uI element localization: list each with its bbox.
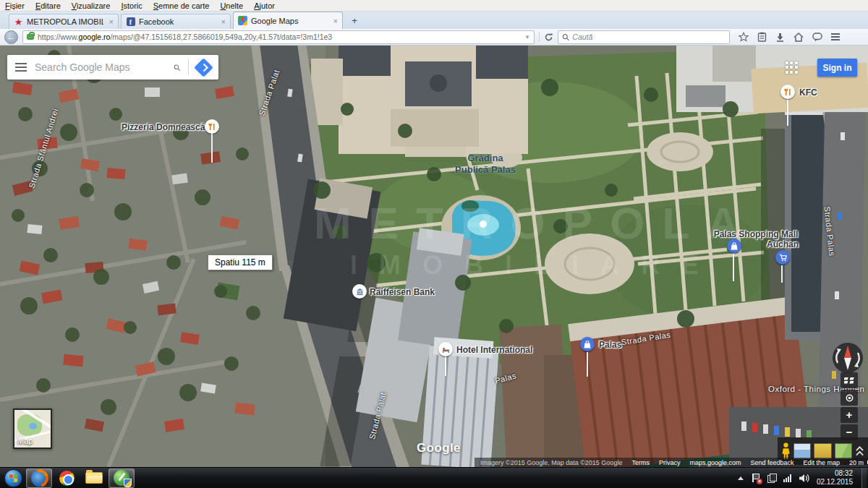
divider bbox=[539, 32, 540, 42]
map-toggle-label: Map bbox=[17, 437, 33, 445]
toolbar-icons bbox=[739, 32, 840, 42]
tab-metropola[interactable]: ★ METROPOLA IMOBILIARE ... × bbox=[9, 14, 119, 29]
tab-close-icon[interactable]: × bbox=[107, 17, 114, 26]
google-maps-favicon bbox=[238, 16, 247, 25]
shopping-bag-icon[interactable] bbox=[580, 337, 595, 351]
imagery-credits: Imagery ©2015 Google, Map data ©2015 Goo… bbox=[480, 459, 622, 466]
menu-help[interactable]: Ajutor bbox=[254, 1, 275, 10]
hotel-icon[interactable] bbox=[438, 342, 453, 356]
downloads-icon[interactable] bbox=[775, 33, 785, 42]
privacy-link[interactable]: Privacy bbox=[659, 459, 681, 466]
network-icon[interactable] bbox=[783, 474, 791, 482]
menu-file[interactable]: Fișier bbox=[5, 1, 25, 10]
url-dropdown-icon[interactable]: ▼ bbox=[524, 34, 530, 40]
clock-time: 08:32 bbox=[817, 469, 853, 478]
chat-icon[interactable] bbox=[812, 33, 822, 42]
tab-title: Facebook bbox=[139, 17, 216, 26]
menu-bookmarks[interactable]: Semne de carte bbox=[153, 1, 210, 10]
my-location-button[interactable] bbox=[841, 390, 858, 406]
map-view-thumbnail[interactable] bbox=[835, 443, 852, 459]
search-icon[interactable] bbox=[174, 62, 180, 73]
sign-in-button[interactable]: Sign in bbox=[817, 59, 857, 77]
new-tab-button[interactable]: + bbox=[346, 14, 362, 27]
taskbar-earth-button[interactable] bbox=[109, 468, 135, 488]
browser-tabbar: ★ METROPOLA IMOBILIARE ... × f Facebook … bbox=[0, 12, 868, 29]
show-desktop-button[interactable] bbox=[861, 468, 867, 488]
earth-view-thumbnail[interactable] bbox=[793, 443, 811, 459]
poi-leader-line bbox=[787, 100, 788, 126]
edit-map-link[interactable]: Edit the map bbox=[804, 459, 841, 466]
poi-leader-line bbox=[445, 357, 446, 376]
url-bar[interactable]: https://www.google.ro/maps/@47.1515618,2… bbox=[22, 30, 535, 44]
tray-window-icon[interactable] bbox=[767, 474, 776, 482]
hidden-icons-arrow[interactable] bbox=[738, 476, 744, 480]
url-text: https://www.google.ro/maps/@47.1515618,2… bbox=[38, 33, 332, 41]
poi-label-auchan[interactable]: Auchan bbox=[752, 239, 813, 249]
imagery-thumbnail[interactable] bbox=[814, 443, 831, 459]
google-logo: Google bbox=[417, 441, 461, 455]
restaurant-icon[interactable] bbox=[780, 85, 795, 99]
taskbar-explorer-button[interactable] bbox=[81, 468, 107, 488]
poi-label-raiffeisen[interactable]: Raiffeisen Bank bbox=[370, 287, 435, 297]
zoom-in-button[interactable]: + bbox=[841, 407, 858, 423]
tilt-button[interactable] bbox=[841, 372, 858, 388]
directions-icon[interactable] bbox=[194, 58, 213, 77]
browser-navbar: ← https://www.google.ro/maps/@47.1515618… bbox=[0, 29, 868, 46]
divider bbox=[188, 59, 189, 75]
bank-icon[interactable] bbox=[352, 284, 367, 299]
terms-link[interactable]: Terms bbox=[631, 459, 650, 466]
shopping-bag-icon[interactable] bbox=[727, 239, 741, 253]
maps-search-box[interactable] bbox=[7, 55, 218, 80]
browser-menubar: Fișier Editare Vizualizare Istoric Semne… bbox=[0, 0, 868, 12]
https-lock-icon[interactable] bbox=[27, 34, 34, 40]
firefox-icon bbox=[31, 470, 48, 487]
tab-title: METROPOLA IMOBILIARE ... bbox=[27, 17, 103, 26]
folder-icon bbox=[85, 472, 103, 484]
tab-close-icon[interactable]: × bbox=[331, 17, 338, 25]
chrome-icon bbox=[59, 471, 75, 486]
taskbar-firefox-button[interactable] bbox=[26, 468, 52, 488]
poi-label-palas-shopping-mall[interactable]: Palas Shopping Mall bbox=[705, 229, 807, 239]
facebook-favicon: f bbox=[126, 17, 135, 27]
browser-search-input[interactable] bbox=[572, 33, 726, 41]
reload-icon[interactable] bbox=[544, 33, 553, 42]
poi-label-hotel-international[interactable]: Hotel International bbox=[456, 345, 532, 355]
poi-label-pizzeria[interactable]: Pizzeria Domnească bbox=[122, 122, 205, 132]
back-button[interactable]: ← bbox=[4, 30, 18, 44]
google-apps-icon[interactable] bbox=[786, 61, 798, 74]
tab-google-maps[interactable]: Google Maps × bbox=[233, 12, 343, 29]
restaurant-icon[interactable] bbox=[205, 119, 219, 134]
tab-facebook[interactable]: f Facebook × bbox=[121, 14, 231, 29]
bookmark-star-icon[interactable] bbox=[739, 32, 749, 42]
map-viewport[interactable]: METROPOLA IMOBILIARE Strada Palat Strada… bbox=[0, 46, 868, 467]
park-label-gradina-publica-palas[interactable]: GrădinaPublică Palas bbox=[438, 153, 533, 176]
send-feedback-link[interactable]: Send feedback bbox=[750, 459, 793, 466]
bookmarks-panel-icon[interactable] bbox=[757, 32, 767, 42]
measurement-label: Spatiu 115 m bbox=[208, 254, 273, 270]
collapse-chevron-icon[interactable] bbox=[855, 445, 864, 458]
menu-history[interactable]: Istoric bbox=[121, 1, 142, 10]
poi-leader-line bbox=[781, 265, 783, 283]
browser-menu-icon[interactable] bbox=[831, 33, 840, 40]
menu-tools[interactable]: Unelte bbox=[220, 1, 243, 10]
menu-edit[interactable]: Editare bbox=[35, 1, 61, 10]
metropola-favicon: ★ bbox=[14, 17, 23, 27]
browser-search-bar[interactable] bbox=[558, 30, 730, 44]
start-button[interactable] bbox=[4, 469, 22, 487]
tab-close-icon[interactable]: × bbox=[219, 17, 226, 26]
shopping-cart-icon[interactable] bbox=[775, 250, 790, 265]
action-center-icon[interactable] bbox=[751, 474, 760, 483]
maps-menu-icon[interactable] bbox=[15, 63, 27, 72]
home-icon[interactable] bbox=[793, 33, 804, 42]
maps-site-link[interactable]: maps.google.com bbox=[689, 459, 741, 466]
taskbar-chrome-button[interactable] bbox=[54, 468, 80, 488]
volume-icon[interactable] bbox=[799, 474, 809, 483]
poi-label-palas[interactable]: Palas bbox=[599, 340, 621, 350]
map-mode-toggle[interactable]: Map bbox=[13, 408, 52, 449]
compass-control[interactable] bbox=[831, 341, 864, 374]
menu-view[interactable]: Vizualizare bbox=[72, 1, 111, 10]
maps-search-input[interactable] bbox=[35, 61, 166, 73]
map-preview-pond bbox=[29, 423, 37, 429]
poi-label-kfc[interactable]: KFC bbox=[799, 87, 817, 98]
taskbar-clock[interactable]: 08:32 02.12.2015 bbox=[817, 469, 853, 487]
